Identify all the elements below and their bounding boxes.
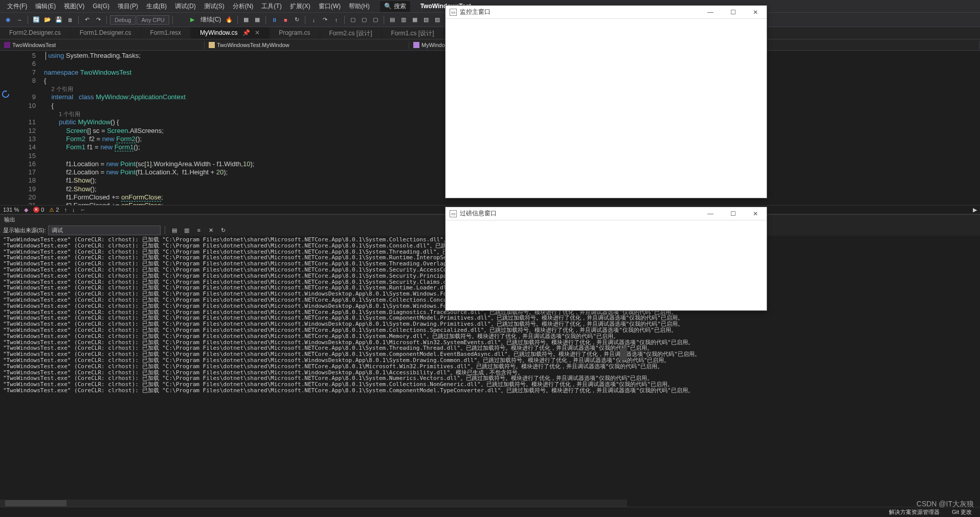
platform-combo[interactable]: Any CPU — [137, 15, 169, 25]
new-item-button[interactable]: 🔄 — [31, 15, 41, 25]
popup-titlebar[interactable]: ▭ 过磅信息窗口 — ☐ ✕ — [446, 207, 767, 220]
step-out-button[interactable]: ↑ — [331, 15, 341, 25]
layout-tool4[interactable]: ▧ — [421, 15, 431, 25]
output-btn2[interactable]: ▥ — [182, 225, 192, 235]
tab-form2-designer[interactable]: Form2.Designer.cs — [0, 27, 71, 39]
error-count[interactable]: ✕0 — [33, 207, 44, 213]
menu-help[interactable]: 帮助(H) — [345, 1, 374, 12]
output-source-label: 显示输出来源(S): — [3, 227, 46, 234]
pause-button[interactable]: ⏸ — [269, 15, 279, 25]
maximize-button[interactable]: ☐ — [726, 210, 740, 217]
watermark: CSDN @IT大灰狼 — [917, 500, 974, 509]
layout-tool3[interactable]: ▦ — [410, 15, 420, 25]
scroll-right-arrow[interactable]: ▶ — [973, 207, 977, 213]
layout-tool2[interactable]: ▥ — [398, 15, 409, 25]
maximize-button[interactable]: ☐ — [726, 9, 740, 16]
menu-file[interactable]: 文件(F) — [3, 1, 31, 12]
tab-mywindow[interactable]: MyWindow.cs 📌 ✕ — [191, 27, 270, 39]
output-btn3[interactable]: ≡ — [194, 225, 204, 235]
save-button[interactable]: 💾 — [54, 15, 64, 25]
window-icon: ▭ — [450, 210, 457, 217]
vertical-scrollbar-thumb[interactable] — [620, 348, 627, 360]
config-combo[interactable]: Debug — [110, 15, 136, 25]
tab-program[interactable]: Program.cs — [270, 27, 320, 39]
redo-button[interactable]: ↷ — [93, 15, 103, 25]
continue-button[interactable]: ▶ — [187, 15, 197, 25]
popup-titlebar[interactable]: ▭ 监控主窗口 — ☐ ✕ — [446, 6, 767, 19]
output-btn1[interactable]: ▤ — [169, 225, 180, 235]
output-btn5[interactable]: ↻ — [218, 225, 229, 235]
line-numbers: 56789101112131415161718192021 — [12, 51, 43, 205]
tab-form1-designer[interactable]: Form1.Designer.cs — [71, 27, 141, 39]
output-btn4[interactable]: ✕ — [206, 225, 216, 235]
warning-icon: ⚠ — [49, 207, 54, 213]
warning-count[interactable]: ⚠2 — [49, 207, 59, 213]
nav-down[interactable]: ↓ — [72, 207, 75, 213]
toolbox2-button[interactable]: ▦ — [252, 15, 262, 25]
step-over-button[interactable]: ↷ — [320, 15, 330, 25]
toolbox1-button[interactable]: ▦ — [241, 15, 251, 25]
project-combo[interactable]: TwoWindowsTest — [0, 41, 205, 49]
window-icon: ▭ — [450, 9, 457, 16]
search-icon: 🔍 — [384, 3, 392, 10]
pin-icon[interactable]: 📌 — [242, 29, 250, 36]
error-icon: ✕ — [33, 207, 39, 213]
close-button[interactable]: ✕ — [748, 9, 763, 16]
popup-monitor-window[interactable]: ▭ 监控主窗口 — ☐ ✕ — [445, 5, 767, 198]
separator — [265, 16, 266, 24]
debug-tool2[interactable]: ▢ — [359, 15, 369, 25]
menu-extensions[interactable]: 扩展(X) — [286, 1, 315, 12]
debug-tool3[interactable]: ▢ — [370, 15, 381, 25]
stop-button[interactable]: ■ — [280, 15, 291, 25]
output-source-combo[interactable]: 调试 — [48, 226, 161, 235]
continue-label[interactable]: 继续(C) — [198, 15, 224, 24]
undo-button[interactable]: ↶ — [82, 15, 92, 25]
menu-window[interactable]: 窗口(W) — [315, 1, 345, 12]
back-button[interactable]: ◉ — [3, 15, 13, 25]
nav-left[interactable]: ← — [80, 207, 85, 213]
bottom-bar: 解决方案资源管理器 Git 更改 — [0, 507, 980, 517]
project-icon — [4, 42, 10, 48]
step-into-button[interactable]: ↓ — [308, 15, 319, 25]
save-all-button[interactable]: 🗎 — [65, 15, 75, 25]
tab-form1-resx[interactable]: Form1.resx — [141, 27, 191, 39]
menu-debug[interactable]: 调试(D) — [171, 1, 200, 12]
menu-test[interactable]: 测试(S) — [200, 1, 229, 12]
class-combo[interactable]: TwoWindowsTest.MyWindow — [205, 41, 409, 49]
minimize-button[interactable]: — — [703, 9, 718, 16]
separator — [106, 16, 107, 24]
tab-form2-design[interactable]: Form2.cs [设计] — [320, 27, 382, 39]
minimize-button[interactable]: — — [703, 210, 718, 217]
health-indicator[interactable]: ◆ — [24, 207, 28, 213]
popup-body — [446, 19, 767, 198]
open-button[interactable]: 📂 — [42, 15, 53, 25]
sync-icon — [2, 91, 9, 98]
svg-rect-2 — [413, 42, 419, 48]
popup-title-text: 过磅信息窗口 — [460, 209, 497, 218]
hot-reload-button[interactable]: 🔥 — [224, 15, 234, 25]
tab-form1-design[interactable]: Form1.cs [设计] — [382, 27, 444, 39]
restart-button[interactable]: ↻ — [292, 15, 302, 25]
menu-analyze[interactable]: 分析(N) — [229, 1, 258, 12]
horizontal-scrollbar[interactable] — [0, 500, 627, 507]
scrollbar-thumb[interactable] — [5, 500, 66, 506]
menu-project[interactable]: 项目(P) — [114, 1, 142, 12]
menu-view[interactable]: 视图(V) — [60, 1, 88, 12]
zoom-level[interactable]: 131 % — [3, 207, 19, 213]
nav-up[interactable]: ↑ — [64, 207, 67, 213]
menu-git[interactable]: Git(G) — [88, 1, 114, 11]
menu-edit[interactable]: 编辑(E) — [31, 1, 60, 12]
search-box[interactable]: 🔍 搜索 — [380, 1, 410, 12]
popup-body — [446, 220, 767, 310]
layout-tool1[interactable]: ▤ — [387, 15, 397, 25]
forward-button[interactable]: → — [14, 15, 25, 25]
svg-rect-0 — [4, 42, 10, 48]
menu-build[interactable]: 生成(B) — [142, 1, 171, 12]
editor-margin — [0, 51, 12, 205]
debug-tool1[interactable]: ▢ — [348, 15, 358, 25]
close-button[interactable]: ✕ — [748, 210, 763, 217]
popup-weigh-window[interactable]: ▭ 过磅信息窗口 — ☐ ✕ — [445, 207, 767, 311]
layout-tool5[interactable]: ▨ — [432, 15, 442, 25]
menu-tools[interactable]: 工具(T) — [257, 1, 285, 12]
close-icon[interactable]: ✕ — [255, 29, 260, 36]
